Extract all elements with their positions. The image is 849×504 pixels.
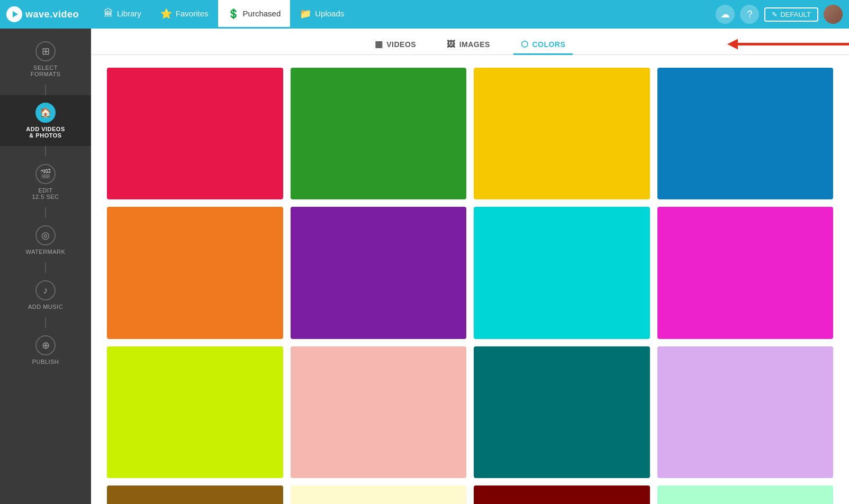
avatar[interactable]: [824, 5, 843, 24]
color-swatch-brown[interactable]: [107, 485, 283, 504]
edit-label: EDIT12.5 sec: [32, 187, 59, 200]
sidebar-item-add-music[interactable]: ♪ ADD MUSIC: [0, 273, 91, 317]
sidebar-connector-3: [45, 207, 46, 218]
logo-text: wave.video: [25, 9, 79, 20]
top-nav: wave.video 🏛Library⭐Favorites💲Purchased📁…: [0, 0, 849, 29]
nav-right: ☁ ? ✎ DEFAULT: [716, 5, 843, 24]
nav-tab-purchased[interactable]: 💲Purchased: [218, 0, 291, 29]
logo-play-icon: [6, 6, 22, 22]
sidebar-item-edit[interactable]: 🎬 EDIT12.5 sec: [0, 157, 91, 207]
help-button[interactable]: ?: [740, 5, 759, 24]
logo-area: wave.video: [6, 6, 86, 22]
color-swatch-lavender[interactable]: [657, 346, 834, 478]
sidebar-item-select-formats[interactable]: ⊞ SELECTFORMATS: [0, 34, 91, 85]
purchased-tab-icon: 💲: [228, 8, 239, 20]
nav-tabs: 🏛Library⭐Favorites💲Purchased📁Uploads: [94, 0, 716, 29]
content-area: ▦VIDEOS🖼IMAGES⬡COLORS: [91, 29, 849, 504]
color-swatch-cyan[interactable]: [474, 207, 650, 338]
uploads-tab-label: Uploads: [315, 9, 344, 18]
library-tab-icon: 🏛: [104, 8, 113, 19]
publish-icon: ⊕: [35, 335, 56, 355]
color-swatch-mint-green[interactable]: [657, 485, 834, 504]
sidebar-item-watermark[interactable]: ◎ WATERMARK: [0, 218, 91, 262]
content-tab-images[interactable]: 🖼IMAGES: [439, 35, 498, 55]
content-tab-colors[interactable]: ⬡COLORS: [513, 35, 573, 55]
sidebar-item-publish[interactable]: ⊕ PUBLISH: [0, 328, 91, 372]
color-swatch-purple[interactable]: [291, 207, 467, 338]
color-swatch-golden-yellow[interactable]: [474, 68, 650, 199]
cloud-button[interactable]: ☁: [716, 5, 735, 24]
content-tabs: ▦VIDEOS🖼IMAGES⬡COLORS: [91, 29, 849, 55]
sidebar-connector-1: [45, 85, 46, 95]
sidebar-connector-4: [45, 262, 46, 273]
nav-tab-favorites[interactable]: ⭐Favorites: [151, 0, 218, 29]
edit-icon: 🎬: [35, 164, 56, 184]
nav-tab-library[interactable]: 🏛Library: [94, 0, 151, 29]
publish-label: PUBLISH: [32, 359, 59, 365]
color-swatch-forest-green[interactable]: [291, 68, 467, 199]
colors-content-label: COLORS: [532, 40, 565, 49]
default-button[interactable]: ✎ DEFAULT: [764, 7, 818, 22]
add-videos-label: ADD VIDEOS& PHOTOS: [26, 126, 65, 139]
watermark-icon: ◎: [35, 225, 56, 245]
sidebar: ⊞ SELECTFORMATS 🏠 ADD VIDEOS& PHOTOS 🎬 E…: [0, 29, 91, 504]
color-swatch-teal[interactable]: [474, 346, 650, 478]
watermark-label: WATERMARK: [26, 249, 66, 255]
sidebar-connector-2: [45, 146, 46, 157]
videos-content-label: VIDEOS: [386, 40, 416, 49]
add-music-label: ADD MUSIC: [28, 304, 63, 310]
add-music-icon: ♪: [35, 280, 56, 300]
select-formats-icon: ⊞: [35, 41, 56, 61]
images-content-icon: 🖼: [447, 40, 456, 49]
videos-content-icon: ▦: [375, 39, 383, 49]
add-videos-icon: 🏠: [35, 103, 56, 123]
color-swatch-orange[interactable]: [107, 207, 283, 338]
favorites-tab-icon: ⭐: [160, 8, 172, 20]
images-content-label: IMAGES: [459, 40, 490, 49]
color-grid: [91, 55, 849, 504]
color-swatch-cream[interactable]: [291, 485, 467, 504]
color-swatch-dark-red[interactable]: [474, 485, 650, 504]
uploads-tab-icon: 📁: [300, 8, 311, 20]
color-swatch-lime-green[interactable]: [107, 346, 283, 478]
color-swatch-ocean-blue[interactable]: [657, 68, 834, 199]
library-tab-label: Library: [117, 9, 141, 18]
svg-marker-1: [727, 39, 738, 49]
colors-content-icon: ⬡: [521, 39, 529, 49]
content-tab-videos[interactable]: ▦VIDEOS: [367, 35, 423, 55]
purchased-tab-label: Purchased: [243, 9, 281, 18]
sidebar-item-add-videos[interactable]: 🏠 ADD VIDEOS& PHOTOS: [0, 95, 91, 146]
select-formats-label: SELECTFORMATS: [31, 65, 60, 77]
main-layout: ⊞ SELECTFORMATS 🏠 ADD VIDEOS& PHOTOS 🎬 E…: [0, 29, 849, 504]
color-swatch-light-pink[interactable]: [291, 346, 467, 478]
color-swatch-crimson-red[interactable]: [107, 68, 283, 199]
color-swatch-magenta[interactable]: [657, 207, 834, 338]
favorites-tab-label: Favorites: [176, 9, 209, 18]
sidebar-connector-5: [45, 317, 46, 328]
nav-tab-uploads[interactable]: 📁Uploads: [290, 0, 354, 29]
